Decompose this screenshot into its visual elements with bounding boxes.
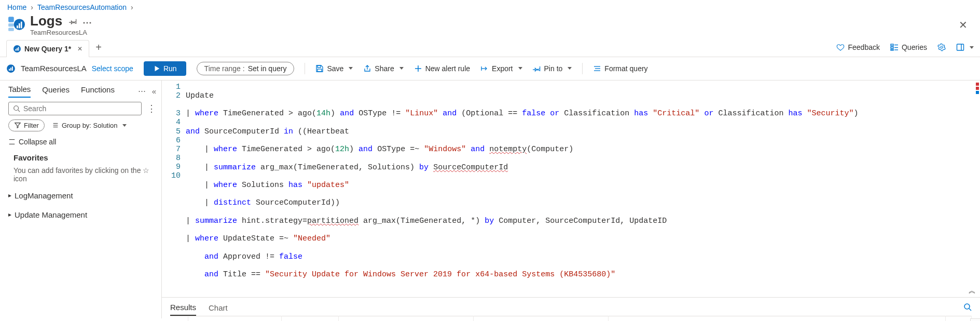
query-editor[interactable]: 12345678910 Update | where TimeGenerated… xyxy=(162,81,980,297)
breadcrumb-resource[interactable]: TeamResourcesAutomation xyxy=(37,3,127,11)
svg-rect-0 xyxy=(8,17,14,22)
collapse-all-button[interactable]: Collapse all xyxy=(8,136,156,146)
tab-results[interactable]: Results xyxy=(170,300,196,316)
pin-icon xyxy=(533,64,541,73)
save-icon xyxy=(315,64,324,73)
queries-icon xyxy=(890,43,899,51)
col-title[interactable]: Title xyxy=(608,316,946,321)
svg-point-40 xyxy=(964,304,970,309)
results-pane: Results Chart TimeGenerated [UTC] Comput… xyxy=(162,297,980,318)
panel-layout-button[interactable] xyxy=(956,43,974,51)
columns-side-tab[interactable]: Columns xyxy=(970,318,980,321)
error-minimap xyxy=(976,83,979,94)
close-tab-icon[interactable]: ✕ xyxy=(77,45,82,52)
svg-rect-24 xyxy=(318,65,321,68)
svg-rect-13 xyxy=(891,49,893,50)
svg-rect-5 xyxy=(19,23,20,29)
log-analytics-icon xyxy=(13,45,21,53)
tree-item-updatemanagement[interactable]: Update Management xyxy=(8,207,156,222)
breadcrumb: Home › TeamResourcesAutomation › xyxy=(0,0,980,14)
queries-button[interactable]: Queries xyxy=(890,43,927,51)
run-button[interactable]: Run xyxy=(144,61,186,76)
collapse-sidebar-icon[interactable]: « xyxy=(152,87,156,96)
svg-rect-18 xyxy=(957,44,964,50)
plus-icon xyxy=(414,64,422,73)
page-subtitle: TeamResourcesLA xyxy=(30,29,92,36)
sidebar-tabs: Tables Queries Functions ⋯ « xyxy=(8,85,156,98)
svg-rect-8 xyxy=(16,49,17,50)
log-analytics-icon xyxy=(7,16,25,33)
more-icon[interactable]: ⋯ xyxy=(82,17,92,28)
breadcrumb-home[interactable]: Home xyxy=(7,3,26,11)
tab-chart[interactable]: Chart xyxy=(209,300,228,315)
export-button[interactable]: Export xyxy=(480,64,522,73)
svg-line-41 xyxy=(969,309,971,311)
svg-point-17 xyxy=(941,46,943,48)
add-tab-button[interactable]: + xyxy=(89,38,108,57)
line-gutter: 12345678910 xyxy=(162,83,186,297)
heart-icon xyxy=(836,43,845,51)
save-button[interactable]: Save xyxy=(315,64,353,73)
svg-rect-11 xyxy=(891,44,893,46)
time-range-button[interactable]: Time range : Set in query xyxy=(197,62,295,75)
svg-rect-4 xyxy=(17,25,18,28)
gear-icon xyxy=(937,43,946,51)
results-tabs: Results Chart xyxy=(170,300,972,316)
sidebar-more-icon[interactable]: ⋮ xyxy=(147,103,156,114)
svg-rect-2 xyxy=(8,28,14,31)
svg-line-34 xyxy=(18,110,20,112)
divider xyxy=(582,63,583,74)
scope-selector: TeamResourcesLA Select scope xyxy=(6,64,133,73)
query-tab-label: New Query 1* xyxy=(24,45,71,53)
tab-queries[interactable]: Queries xyxy=(42,85,70,97)
settings-button[interactable] xyxy=(937,43,946,51)
col-sourcecomputerid[interactable]: SourceComputerId xyxy=(338,316,473,321)
close-button[interactable]: ✕ xyxy=(954,17,973,33)
results-search-icon[interactable] xyxy=(963,303,972,313)
panel-icon xyxy=(956,43,964,51)
col-timegenerated[interactable]: TimeGenerated [UTC] xyxy=(188,316,281,321)
feedback-button[interactable]: Feedback xyxy=(836,43,879,51)
export-icon xyxy=(480,64,489,73)
tab-functions[interactable]: Functions xyxy=(81,85,115,97)
svg-rect-23 xyxy=(12,66,13,71)
query-tabstrip: New Query 1* ✕ + Feedback Queries xyxy=(0,38,980,57)
chevron-right-icon: › xyxy=(131,3,133,11)
svg-rect-22 xyxy=(10,68,11,71)
groupby-chip[interactable]: Group by: Solution xyxy=(50,120,132,131)
scroll-up-icon[interactable]: ︽ xyxy=(969,287,976,295)
sidebar-search[interactable] xyxy=(8,102,142,115)
svg-rect-9 xyxy=(17,48,18,50)
format-query-button[interactable]: Format query xyxy=(593,64,647,73)
title-row: Logs ⋯ TeamResourcesLA ✕ xyxy=(0,14,980,38)
col-computer[interactable]: Computer xyxy=(281,316,338,321)
code-area[interactable]: Update | where TimeGenerated > ago(14h) … xyxy=(186,83,980,297)
svg-rect-1 xyxy=(8,23,14,26)
search-icon xyxy=(13,105,20,112)
pin-to-button[interactable]: Pin to xyxy=(533,64,572,73)
tab-tables[interactable]: Tables xyxy=(8,85,31,98)
svg-rect-21 xyxy=(9,69,10,70)
tree-item-logmanagement[interactable]: LogManagement xyxy=(8,188,156,203)
select-scope-link[interactable]: Select scope xyxy=(92,64,133,73)
col-updateid[interactable]: UpdateID xyxy=(473,316,608,321)
pin-icon[interactable] xyxy=(69,13,81,29)
page-title: Logs ⋯ xyxy=(30,14,92,29)
list-icon xyxy=(52,122,59,129)
filter-chip[interactable]: Filter xyxy=(8,119,45,131)
table-header-row: TimeGenerated [UTC] Computer SourceCompu… xyxy=(170,316,972,321)
svg-point-33 xyxy=(14,105,19,110)
favorites-section: Favorites You can add favorites by click… xyxy=(8,150,156,184)
svg-rect-12 xyxy=(891,47,893,48)
query-tab[interactable]: New Query 1* ✕ xyxy=(6,40,89,57)
svg-rect-6 xyxy=(21,22,22,29)
col-class[interactable]: Class xyxy=(946,316,972,321)
share-icon xyxy=(363,64,371,73)
new-alert-rule-button[interactable]: New alert rule xyxy=(414,64,470,73)
favorites-title: Favorites xyxy=(13,153,155,162)
schema-sidebar: Tables Queries Functions ⋯ « ⋮ Filter Gr… xyxy=(0,81,162,318)
more-icon[interactable]: ⋯ xyxy=(138,86,146,96)
query-toolbar: TeamResourcesLA Select scope Run Time ra… xyxy=(0,57,980,81)
sidebar-search-input[interactable] xyxy=(23,104,137,113)
share-button[interactable]: Share xyxy=(363,64,403,73)
